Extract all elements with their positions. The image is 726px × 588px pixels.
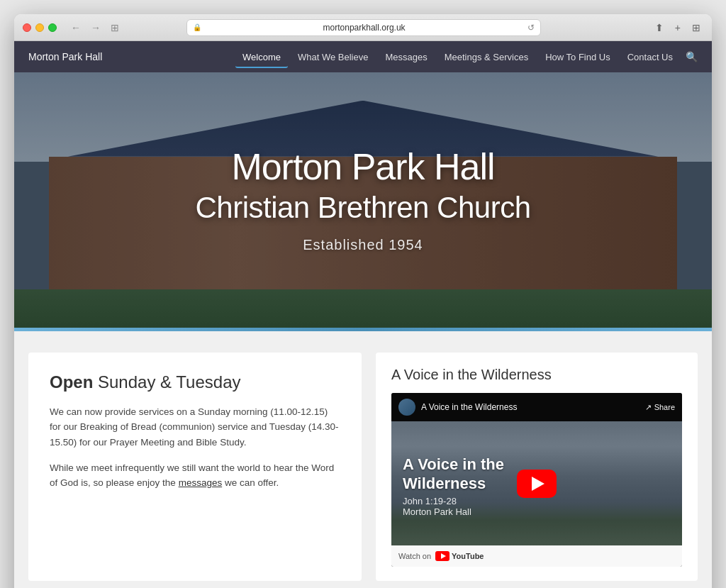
yt-video-sub: John 1:19-28 Morton Park Hall	[403, 496, 504, 517]
grid-button[interactable]: ⊞	[689, 21, 703, 35]
nav-item-contact[interactable]: Contact Us	[620, 50, 680, 63]
sidebar-toggle-button[interactable]: ⊞	[108, 21, 122, 35]
yt-sub-line2: Morton Park Hall	[403, 506, 471, 517]
open-paragraph2: While we meet infrequently we still want…	[50, 460, 340, 491]
yt-play-button[interactable]	[517, 470, 557, 498]
website-content: Morton Park Hall Welcome What We Believe…	[14, 41, 712, 588]
url-text: mortonparkhall.org.uk	[204, 23, 525, 33]
minimize-button[interactable]	[35, 23, 44, 32]
messages-link[interactable]: messages	[179, 477, 223, 488]
voice-card: A Voice in the Wilderness A Voice in the…	[376, 353, 698, 581]
nav-brand: Morton Park Hall	[28, 51, 102, 62]
maximize-button[interactable]	[48, 23, 57, 32]
nav-link-contact[interactable]: Contact Us	[620, 48, 680, 67]
voice-title: A Voice in the Wilderness	[391, 367, 682, 383]
nav-links: Welcome What We Believe Messages Meeting…	[235, 50, 680, 63]
youtube-logo[interactable]: YouTube	[435, 551, 484, 561]
nav-item-meetings[interactable]: Meetings & Services	[437, 50, 536, 63]
yt-thumb-text: A Voice in the Wilderness John 1:19-28 M…	[403, 455, 504, 517]
para2-text2: we can offer.	[225, 477, 279, 488]
browser-window: ← → ⊞ 🔒 mortonparkhall.org.uk ↺ ⬆ + ⊞ Mo…	[14, 14, 712, 588]
share-label: Share	[654, 403, 675, 411]
yt-title-line2: Wilderness	[403, 475, 486, 492]
hero-section: Morton Park Hall Christian Brethren Chur…	[14, 72, 712, 328]
forward-button[interactable]: →	[88, 21, 104, 35]
address-bar[interactable]: 🔒 mortonparkhall.org.uk ↺	[186, 19, 541, 36]
youtube-logo-text: YouTube	[452, 552, 484, 560]
yt-header: A Voice in the Wilderness ↗ Share	[391, 393, 682, 421]
hero-subtitle: Christian Brethren Church	[195, 190, 530, 226]
hero-established: Established 1954	[303, 237, 423, 253]
yt-channel-name: A Voice in the Wilderness	[421, 402, 517, 412]
browser-titlebar: ← → ⊞ 🔒 mortonparkhall.org.uk ↺ ⬆ + ⊞	[14, 14, 712, 41]
lock-icon: 🔒	[193, 23, 201, 31]
hero-content: Morton Park Hall Christian Brethren Chur…	[14, 72, 712, 328]
yt-share-button[interactable]: ↗ Share	[645, 403, 675, 412]
browser-actions: ⬆ + ⊞	[652, 21, 703, 35]
nav-link-believe[interactable]: What We Believe	[291, 48, 375, 67]
share-button[interactable]: ⬆	[652, 21, 666, 35]
yt-avatar	[398, 399, 415, 416]
yt-channel-info: A Voice in the Wilderness	[398, 399, 517, 416]
back-button[interactable]: ←	[68, 21, 84, 35]
hero-title: Morton Park Hall	[231, 147, 494, 187]
yt-thumbnail[interactable]: A Voice in the Wilderness John 1:19-28 M…	[391, 421, 682, 545]
nav-item-welcome[interactable]: Welcome	[235, 50, 288, 63]
close-button[interactable]	[23, 23, 31, 32]
yt-footer: Watch on YouTube	[391, 545, 682, 567]
open-title: Open Sunday & Tuesday	[50, 372, 340, 393]
nav-link-meetings[interactable]: Meetings & Services	[437, 48, 536, 67]
search-icon[interactable]: 🔍	[686, 51, 698, 62]
nav-item-find-us[interactable]: How To Find Us	[538, 50, 618, 63]
main-content: Open Sunday & Tuesday We can now provide…	[14, 331, 712, 588]
reload-icon[interactable]: ↺	[527, 23, 535, 33]
share-arrow-icon: ↗	[645, 403, 652, 412]
open-bold: Open	[50, 372, 93, 392]
youtube-logo-icon	[435, 551, 449, 561]
youtube-embed[interactable]: A Voice in the Wilderness ↗ Share	[391, 393, 682, 567]
yt-sub-line1: John 1:19-28	[403, 496, 457, 506]
nav-item-messages[interactable]: Messages	[378, 50, 434, 63]
site-nav: Morton Park Hall Welcome What We Believe…	[14, 41, 712, 72]
open-card: Open Sunday & Tuesday We can now provide…	[28, 353, 362, 581]
yt-title-line1: A Voice in the	[403, 455, 504, 473]
yt-video-title: A Voice in the Wilderness	[403, 455, 504, 493]
nav-item-believe[interactable]: What We Believe	[291, 50, 375, 63]
traffic-lights	[23, 23, 57, 32]
open-days-text: Sunday & Tuesday	[98, 372, 240, 392]
add-tab-button[interactable]: +	[672, 21, 683, 35]
watch-on-text: Watch on	[398, 552, 431, 560]
nav-link-welcome[interactable]: Welcome	[235, 48, 288, 68]
nav-link-find-us[interactable]: How To Find Us	[538, 48, 618, 67]
open-paragraph1: We can now provide services on a Sunday …	[50, 404, 340, 450]
nav-link-messages[interactable]: Messages	[378, 48, 434, 67]
browser-controls: ← → ⊞	[68, 21, 122, 35]
